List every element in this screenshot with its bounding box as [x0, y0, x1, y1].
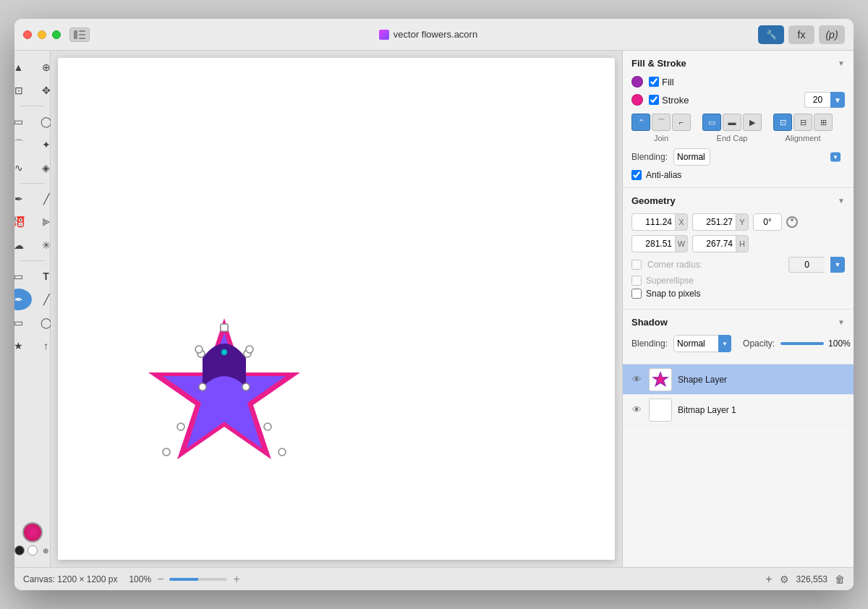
join-btn-3[interactable]: ⌐ — [672, 114, 691, 131]
h-input[interactable] — [692, 235, 736, 252]
zoom-out-button[interactable]: − — [157, 573, 163, 586]
xy-row: X Y — [631, 213, 845, 231]
rect-shape-tool[interactable]: ▭ — [14, 265, 32, 287]
background-color-swatch[interactable] — [27, 545, 38, 555]
join-label: Join — [654, 134, 668, 142]
layer-item-bitmap[interactable]: 👁 Bitmap Layer 1 — [623, 395, 854, 425]
layer-name-shape: Shape Layer — [678, 375, 846, 385]
primary-color-swatch[interactable] — [22, 522, 43, 542]
trash-icon[interactable]: 🗑 — [835, 574, 845, 585]
join-btn-2[interactable]: ⌒ — [652, 114, 671, 131]
close-button[interactable] — [23, 30, 32, 39]
tools-panel-button[interactable]: 🔧 — [758, 25, 784, 44]
endcap-btn-2[interactable]: ▬ — [723, 114, 741, 131]
fill-stroke-chevron[interactable]: ▼ — [838, 59, 845, 67]
canvas[interactable] — [58, 58, 615, 560]
stroke-checkbox[interactable] — [649, 95, 659, 105]
lasso-tool[interactable]: ⌒ — [14, 134, 32, 156]
add-layer-button[interactable]: + — [765, 573, 772, 586]
canvas-info: Canvas: 1200 × 1200 px — [23, 574, 117, 584]
pen-tool[interactable]: ✒ — [14, 188, 32, 210]
stroke-checkbox-label[interactable]: Stroke — [649, 95, 689, 106]
angle-dot[interactable] — [786, 216, 798, 228]
align-btn-2[interactable]: ⊟ — [793, 114, 812, 131]
blending-row: Blending: Normal Multiply Screen — [631, 148, 845, 166]
fx-panel-button[interactable]: fx — [788, 25, 814, 44]
anti-alias-checkbox[interactable] — [631, 170, 642, 180]
star-tool[interactable]: ★ — [14, 335, 32, 357]
shadow-blending-select[interactable]: Normal — [673, 335, 731, 352]
paint-tool[interactable]: ∿ — [14, 157, 32, 179]
crop-tool[interactable]: ⊡ — [14, 80, 32, 101]
svg-point-13 — [163, 448, 170, 456]
join-endcap-alignment-row: ⌃ ⌒ ⌐ Join ▭ ▬ ▶ End Cap — [631, 114, 845, 142]
svg-point-18 — [221, 349, 227, 355]
maximize-button[interactable] — [52, 30, 61, 39]
w-input[interactable] — [631, 235, 675, 252]
stroke-color-dot[interactable] — [631, 94, 643, 106]
align-btn-3[interactable]: ⊞ — [814, 114, 833, 131]
align-btn-1[interactable]: ⊡ — [773, 114, 792, 131]
join-btn-1[interactable]: ⌃ — [631, 114, 650, 131]
blending-select[interactable]: Normal Multiply Screen — [673, 148, 710, 166]
svg-rect-3 — [79, 38, 85, 39]
fill-checkbox-label[interactable]: Fill — [649, 77, 674, 88]
opacity-slider[interactable] — [780, 342, 824, 345]
corner-radius-dropdown[interactable]: ▼ — [830, 257, 845, 273]
rect-vector-tool[interactable]: ▭ — [14, 312, 32, 333]
y-input[interactable] — [692, 213, 736, 231]
snap-to-pixels-label: Snap to pixels — [646, 289, 700, 299]
shadow-blending-row: Blending: Normal ▼ Opacity: 100% — [631, 335, 845, 352]
settings-button[interactable]: ⚙ — [780, 574, 789, 585]
svg-point-12 — [264, 423, 271, 430]
superellipse-checkbox[interactable] — [631, 276, 642, 286]
eyedropper-zoom-tool[interactable]: ⊕ — [41, 545, 51, 555]
rect-select-tool[interactable]: ▭ — [14, 111, 32, 132]
statusbar-actions: + ⚙ 326,553 🗑 — [765, 573, 845, 586]
left-toolbar: ▲ ⊕ ⊡ ✥ ▭ ◯ ⌒ ✦ ∿ ◈ ✒ ╱ — [14, 51, 51, 567]
stroke-value-input[interactable]: 20 — [804, 92, 830, 108]
x-input[interactable] — [631, 213, 675, 231]
smudge-tool[interactable]: ☁ — [14, 234, 32, 256]
fill-checkbox[interactable] — [649, 77, 659, 87]
zoom-slider[interactable] — [169, 578, 227, 581]
shadow-chevron[interactable]: ▼ — [838, 318, 845, 326]
layer-thumb-shape — [649, 368, 672, 391]
corner-radius-label: Corner radius: — [647, 260, 702, 270]
endcap-btn-3[interactable]: ▶ — [743, 114, 762, 131]
layer-name-bitmap: Bitmap Layer 1 — [678, 405, 846, 415]
shadow-title: Shadow — [631, 317, 668, 328]
layer-thumb-bitmap — [649, 399, 672, 422]
w-input-group: W — [631, 235, 688, 252]
fill-stroke-section: Fill & Stroke ▼ Fill Stroke — [623, 51, 854, 188]
zoom-in-button[interactable]: + — [233, 573, 239, 586]
main-area: ▲ ⊕ ⊡ ✥ ▭ ◯ ⌒ ✦ ∿ ◈ ✒ ╱ — [14, 51, 854, 567]
corner-radius-row: Corner radius: ▼ — [631, 257, 845, 273]
layer-item-shape[interactable]: 👁 Shape Layer — [623, 365, 854, 395]
p-panel-button[interactable]: (p) — [819, 25, 845, 44]
layer-eye-shape[interactable]: 👁 — [630, 373, 643, 386]
angle-input[interactable] — [753, 213, 782, 231]
svg-rect-0 — [74, 30, 77, 39]
snap-to-pixels-row: Snap to pixels — [631, 289, 845, 299]
zoom-controls: 100% − + — [129, 573, 239, 586]
fill-tool[interactable]: ⛽ — [14, 211, 32, 233]
corner-radius-checkbox[interactable] — [631, 260, 642, 270]
layer-eye-bitmap[interactable]: 👁 — [630, 404, 643, 417]
select-tool[interactable]: ▲ — [14, 56, 32, 78]
geometry-chevron[interactable]: ▼ — [838, 197, 845, 205]
minimize-button[interactable] — [38, 30, 46, 39]
svg-point-16 — [195, 346, 203, 353]
stroke-dropdown-button[interactable]: ▼ — [830, 92, 845, 108]
snap-to-pixels-checkbox[interactable] — [631, 289, 642, 299]
y-label: Y — [736, 213, 749, 231]
endcap-btn-1[interactable]: ▭ — [702, 114, 721, 131]
foreground-color-swatch[interactable] — [14, 545, 25, 555]
vector-pen-tool[interactable]: ✒ — [14, 289, 32, 310]
svg-rect-2 — [79, 34, 85, 35]
sidebar-toggle-button[interactable] — [69, 27, 90, 42]
endcap-group: ▭ ▬ ▶ End Cap — [702, 114, 762, 142]
corner-radius-input[interactable] — [788, 257, 825, 273]
fill-color-dot[interactable] — [631, 76, 643, 88]
y-input-group: Y — [692, 213, 749, 231]
